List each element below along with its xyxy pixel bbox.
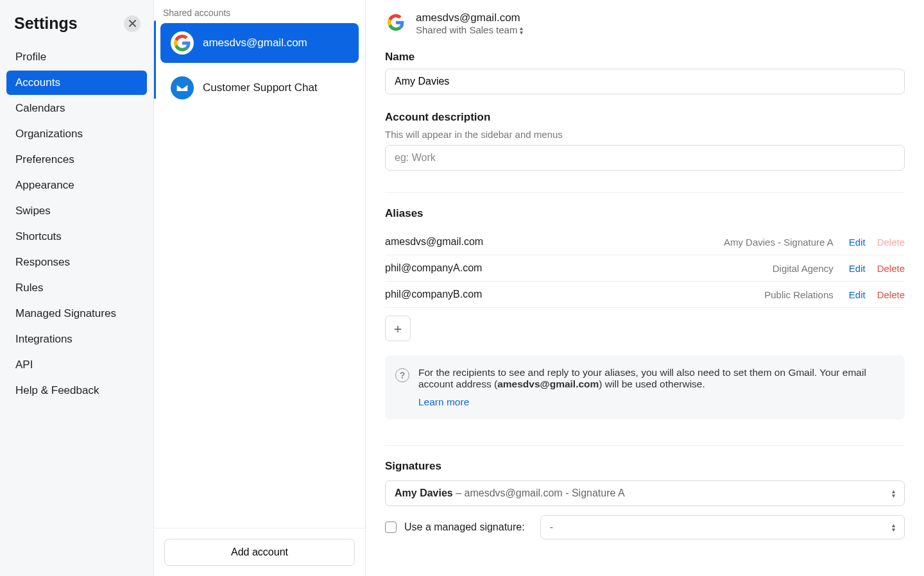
- signatures-label: Signatures: [385, 460, 905, 473]
- account-header: amesdvs@gmail.com Shared with Sales team…: [385, 12, 905, 35]
- chevron-updown-icon: ▴▾: [892, 523, 895, 532]
- alias-edit-button[interactable]: Edit: [849, 289, 866, 300]
- alias-delete-button[interactable]: Delete: [877, 289, 905, 300]
- main-content: amesdvs@gmail.com Shared with Sales team…: [366, 0, 924, 576]
- sidebar-item-profile[interactable]: Profile: [6, 45, 147, 69]
- alias-delete-button[interactable]: Delete: [877, 263, 905, 274]
- account-label: Customer Support Chat: [203, 81, 318, 94]
- help-icon: ?: [395, 368, 409, 382]
- name-label: Name: [385, 51, 905, 64]
- shared-with-dropdown[interactable]: Shared with Sales team ▴▾: [416, 24, 523, 35]
- sidebar-item-swipes[interactable]: Swipes: [6, 199, 147, 223]
- managed-signature-value: -: [550, 521, 553, 533]
- divider: [385, 445, 905, 446]
- sidebar-header: Settings: [5, 10, 148, 44]
- sidebar-item-help-feedback[interactable]: Help & Feedback: [6, 378, 147, 403]
- accounts-header: Shared accounts: [154, 0, 365, 21]
- account-email: amesdvs@gmail.com: [416, 12, 523, 24]
- close-icon: [129, 20, 136, 27]
- learn-more-link[interactable]: Learn more: [418, 396, 469, 408]
- account-item-gmail[interactable]: amesdvs@gmail.com: [160, 23, 359, 63]
- alias-email: phil@companyA.com: [385, 262, 773, 274]
- alias-email: amesdvs@gmail.com: [385, 236, 724, 248]
- managed-signature-checkbox[interactable]: [385, 521, 397, 533]
- sidebar-item-integrations[interactable]: Integrations: [6, 327, 147, 352]
- plus-icon: ＋: [391, 320, 404, 337]
- sidebar-item-managed-signatures[interactable]: Managed Signatures: [6, 301, 147, 326]
- info-box: ? For the recipients to see and reply to…: [385, 355, 905, 419]
- sidebar-item-preferences[interactable]: Preferences: [6, 148, 147, 172]
- signature-select-bold: Amy Davies: [395, 487, 453, 498]
- sidebar-item-shortcuts[interactable]: Shortcuts: [6, 224, 147, 249]
- info-text-bold: amesdvs@gmail.com: [497, 378, 599, 389]
- name-input[interactable]: [385, 69, 905, 94]
- account-item-support-chat[interactable]: Customer Support Chat: [160, 68, 359, 108]
- accounts-footer: Add account: [154, 528, 365, 576]
- sidebar-title: Settings: [14, 14, 78, 33]
- description-sublabel: This will appear in the sidebar and menu…: [385, 129, 905, 140]
- selection-indicator: [154, 21, 156, 99]
- signature-select-rest: – amesdvs@gmail.com - Signature A: [453, 487, 625, 498]
- description-label: Account description: [385, 111, 905, 124]
- alias-row: phil@companyB.com Public Relations Edit …: [385, 282, 905, 308]
- shared-with-label: Shared with Sales team: [416, 24, 517, 35]
- chevron-updown-icon: ▴▾: [520, 26, 523, 35]
- alias-name: Public Relations: [764, 289, 834, 300]
- google-icon: [171, 31, 194, 55]
- alias-delete-button[interactable]: Delete: [877, 237, 905, 248]
- chevron-updown-icon: ▴▾: [892, 489, 895, 498]
- info-text: For the recipients to see and reply to y…: [418, 367, 893, 408]
- managed-signature-row: Use a managed signature: - ▴▾: [385, 515, 905, 546]
- google-icon: [385, 12, 407, 33]
- info-text-post: ) will be used otherwise.: [599, 378, 705, 389]
- close-button[interactable]: [124, 15, 141, 32]
- sidebar-item-responses[interactable]: Responses: [6, 250, 147, 275]
- account-label: amesdvs@gmail.com: [203, 37, 307, 49]
- managed-signature-label: Use a managed signature:: [404, 521, 525, 533]
- sidebar-item-organizations[interactable]: Organizations: [6, 122, 147, 146]
- alias-name: Amy Davies - Signature A: [724, 237, 834, 248]
- signature-select[interactable]: Amy Davies – amesdvs@gmail.com - Signatu…: [385, 480, 905, 506]
- signature-select-label: Amy Davies – amesdvs@gmail.com - Signatu…: [395, 487, 625, 499]
- divider: [385, 192, 905, 193]
- settings-sidebar: Settings Profile Accounts Calendars Orga…: [0, 0, 154, 576]
- alias-edit-button[interactable]: Edit: [849, 263, 866, 274]
- alias-row: amesdvs@gmail.com Amy Davies - Signature…: [385, 229, 905, 255]
- alias-row: phil@companyA.com Digital Agency Edit De…: [385, 255, 905, 282]
- sidebar-item-api[interactable]: API: [6, 353, 147, 377]
- aliases-label: Aliases: [385, 207, 905, 220]
- add-alias-button[interactable]: ＋: [385, 316, 411, 341]
- add-account-button[interactable]: Add account: [164, 539, 355, 566]
- sidebar-item-accounts[interactable]: Accounts: [6, 71, 147, 95]
- alias-edit-button[interactable]: Edit: [849, 237, 866, 248]
- accounts-column: Shared accounts amesdvs@gmail.com Custom…: [154, 0, 366, 576]
- alias-name: Digital Agency: [773, 263, 834, 274]
- alias-email: phil@companyB.com: [385, 289, 764, 300]
- sidebar-item-rules[interactable]: Rules: [6, 276, 147, 300]
- managed-signature-select[interactable]: - ▴▾: [540, 515, 905, 539]
- description-input[interactable]: [385, 145, 905, 171]
- sidebar-item-calendars[interactable]: Calendars: [6, 96, 147, 121]
- sidebar-item-appearance[interactable]: Appearance: [6, 173, 147, 198]
- chat-icon: [171, 76, 194, 99]
